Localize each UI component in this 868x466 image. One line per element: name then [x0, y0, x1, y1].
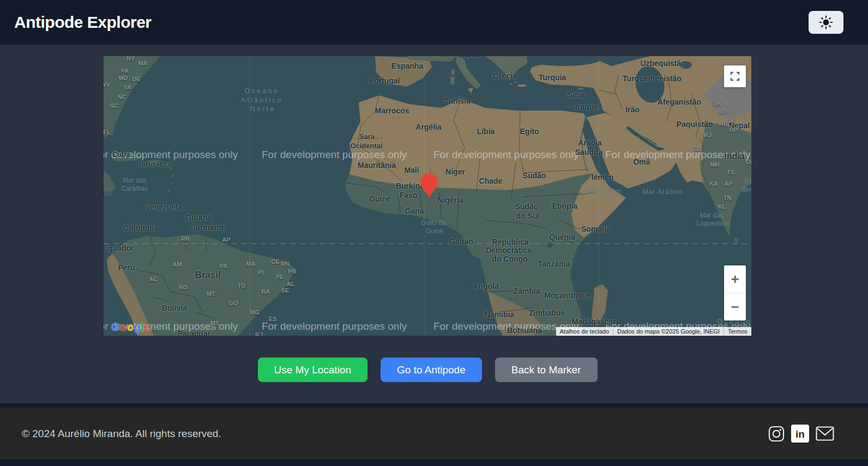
- app-header: Antipode Explorer: [0, 0, 868, 45]
- google-logo-letter: g: [134, 321, 141, 333]
- main-content: For development purposes onlyFor develop…: [0, 45, 868, 403]
- map-data-text: Dados do mapa ©2025 Google, INEGI: [613, 327, 724, 336]
- go-to-antipode-button[interactable]: Go to Antipode: [381, 358, 482, 382]
- map-attribution: Atalhos de teclado Dados do mapa ©2025 G…: [556, 327, 751, 336]
- theme-toggle-button[interactable]: [809, 11, 843, 34]
- google-logo-letter: o: [127, 321, 134, 333]
- linkedin-icon[interactable]: in: [791, 425, 809, 443]
- terms-link[interactable]: Termos: [724, 327, 751, 336]
- fullscreen-button[interactable]: [724, 65, 746, 87]
- social-links: in: [768, 425, 834, 443]
- google-map[interactable]: For development purposes onlyFor develop…: [104, 56, 751, 336]
- zoom-in-button[interactable]: +: [724, 265, 746, 293]
- map-marker-pin[interactable]: [420, 173, 438, 198]
- sun-icon: [819, 15, 833, 29]
- svg-text:in: in: [795, 428, 805, 440]
- zoom-control: + −: [724, 265, 746, 320]
- google-logo-letter: e: [144, 321, 150, 333]
- instagram-icon[interactable]: [768, 426, 785, 442]
- google-logo[interactable]: Google: [111, 321, 150, 334]
- page-title: Antipode Explorer: [14, 13, 152, 32]
- google-logo-letter: G: [111, 321, 120, 333]
- google-logo-letter: o: [120, 321, 127, 333]
- zoom-out-button[interactable]: −: [724, 293, 746, 320]
- fullscreen-icon: [730, 71, 740, 81]
- action-buttons: Use My Location Go to Antipode Back to M…: [104, 358, 751, 382]
- email-icon[interactable]: [816, 426, 834, 441]
- keyboard-shortcuts-link[interactable]: Atalhos de teclado: [556, 327, 613, 336]
- use-my-location-button[interactable]: Use My Location: [258, 358, 368, 382]
- app-footer: © 2024 Aurélio Miranda. All rights reser…: [0, 408, 868, 459]
- back-to-marker-button[interactable]: Back to Marker: [495, 358, 598, 382]
- copyright-text: © 2024 Aurélio Miranda. All rights reser…: [22, 428, 221, 440]
